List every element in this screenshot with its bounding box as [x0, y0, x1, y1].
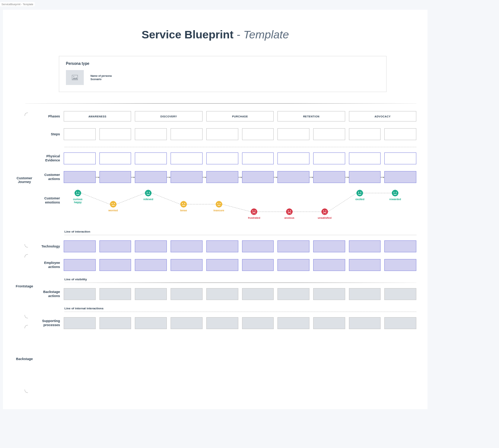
supporting-process-cell[interactable] [206, 317, 238, 329]
phase-cell[interactable]: PURCHASE [206, 111, 274, 122]
persona-box[interactable]: Persona type Name of persona Scenario [59, 56, 387, 92]
technology-cell[interactable] [242, 240, 274, 252]
phase-cell[interactable]: ADVOCACY [349, 111, 416, 122]
evidence-cell[interactable] [242, 152, 274, 164]
row-steps: Steps [35, 128, 416, 140]
svg-point-13 [79, 192, 79, 193]
top-divider [25, 103, 416, 104]
supporting-process-cell[interactable] [277, 317, 309, 329]
backstage-action-cell[interactable] [64, 288, 96, 300]
employee-action-cell[interactable] [135, 259, 167, 271]
customer-action-cell[interactable] [135, 171, 167, 183]
employee-action-cell[interactable] [313, 259, 345, 271]
customer-action-cell[interactable] [277, 171, 309, 183]
emotion-yellow[interactable]: worried [102, 201, 124, 212]
step-cell[interactable] [99, 128, 131, 140]
customer-action-cell[interactable] [384, 171, 416, 183]
phase-cell[interactable]: AWARENESS [64, 111, 131, 122]
emotion-green[interactable]: rewarded [384, 190, 406, 201]
emotion-yellow[interactable]: tense [172, 201, 195, 212]
evidence-cell[interactable] [171, 152, 203, 164]
emotion-red[interactable]: unsatisfied [314, 208, 336, 220]
supporting-process-cell[interactable] [349, 317, 381, 329]
technology-cell[interactable] [64, 240, 96, 252]
step-cell[interactable] [242, 128, 274, 140]
technology-cell[interactable] [99, 240, 131, 252]
backstage-action-cell[interactable] [277, 288, 309, 300]
backstage-action-cell[interactable] [384, 288, 416, 300]
emotion-green[interactable]: curioushappy [67, 190, 89, 204]
emotion-red[interactable]: anxious [278, 208, 301, 220]
step-cell[interactable] [313, 128, 345, 140]
step-cell[interactable] [277, 128, 309, 140]
backstage-action-cell[interactable] [171, 288, 203, 300]
evidence-cell[interactable] [99, 152, 131, 164]
step-cell[interactable] [384, 128, 416, 140]
technology-cell[interactable] [206, 240, 238, 252]
customer-action-cell[interactable] [99, 171, 131, 183]
employee-action-cell[interactable] [206, 259, 238, 271]
persona-text[interactable]: Name of persona Scenario [90, 74, 112, 81]
step-cell[interactable] [64, 128, 96, 140]
step-cell[interactable] [349, 128, 381, 140]
svg-point-23 [184, 203, 185, 204]
evidence-cell[interactable] [349, 152, 381, 164]
supporting-process-cell[interactable] [313, 317, 345, 329]
technology-cell[interactable] [349, 240, 381, 252]
backstage-action-cell[interactable] [313, 288, 345, 300]
evidence-cell[interactable] [277, 152, 309, 164]
employee-action-cell[interactable] [171, 259, 203, 271]
backstage-action-cell[interactable] [135, 288, 167, 300]
evidence-cell[interactable] [135, 152, 167, 164]
employee-action-cell[interactable] [242, 259, 274, 271]
row-phases: Phases AWARENESSDISCOVERYPURCHASERETENTI… [35, 111, 416, 122]
technology-cell[interactable] [313, 240, 345, 252]
backstage-action-cell[interactable] [349, 288, 381, 300]
persona-avatar-placeholder[interactable] [66, 70, 84, 85]
evidence-cell[interactable] [384, 152, 416, 164]
supporting-process-cell[interactable] [242, 317, 274, 329]
customer-action-cell[interactable] [64, 171, 96, 183]
customer-action-cell[interactable] [206, 171, 238, 183]
technology-cell[interactable] [384, 240, 416, 252]
supporting-process-cell[interactable] [135, 317, 167, 329]
evidence-cell[interactable] [206, 152, 238, 164]
image-icon [72, 75, 78, 80]
backstage-action-cell[interactable] [99, 288, 131, 300]
evidence-cell[interactable] [313, 152, 345, 164]
emotion-label: excited [349, 198, 371, 201]
technology-cell[interactable] [135, 240, 167, 252]
employee-action-cell[interactable] [277, 259, 309, 271]
customer-action-cell[interactable] [242, 171, 274, 183]
supporting-process-cell[interactable] [171, 317, 203, 329]
supporting-process-cell[interactable] [64, 317, 96, 329]
step-cell[interactable] [135, 128, 167, 140]
emotion-yellow[interactable]: insecure [208, 201, 230, 212]
employee-action-cell[interactable] [384, 259, 416, 271]
technology-cell[interactable] [277, 240, 309, 252]
technology-cell[interactable] [171, 240, 203, 252]
svg-point-25 [216, 201, 222, 208]
evidence-cell[interactable] [64, 152, 96, 164]
emotion-green[interactable]: excited [349, 190, 371, 201]
employee-action-cell[interactable] [99, 259, 131, 271]
canvas[interactable]: Service Blueprint - Template Persona typ… [3, 10, 428, 409]
supporting-process-cell[interactable] [384, 317, 416, 329]
backstage-action-cell[interactable] [206, 288, 238, 300]
face-green-icon [392, 190, 398, 196]
emotion-red[interactable]: frustrated [243, 208, 265, 220]
lane-backstage: Backstage [14, 324, 35, 394]
customer-action-cell[interactable] [349, 171, 381, 183]
customer-action-cell[interactable] [313, 171, 345, 183]
step-cell[interactable] [206, 128, 238, 140]
backstage-action-cell[interactable] [242, 288, 274, 300]
customer-action-cell[interactable] [171, 171, 203, 183]
employee-action-cell[interactable] [64, 259, 96, 271]
employee-action-cell[interactable] [349, 259, 381, 271]
supporting-process-cell[interactable] [99, 317, 131, 329]
emotion-green[interactable]: relieved [137, 190, 159, 201]
step-cell[interactable] [171, 128, 203, 140]
svg-point-26 [217, 203, 218, 204]
phase-cell[interactable]: DISCOVERY [135, 111, 202, 122]
phase-cell[interactable]: RETENTION [277, 111, 345, 122]
